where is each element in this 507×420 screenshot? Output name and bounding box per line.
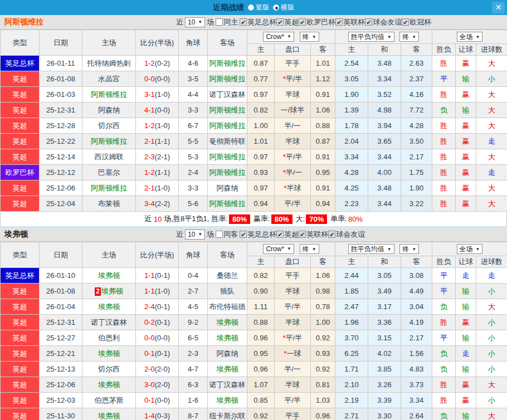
summary-stat: 单率:80% bbox=[330, 214, 363, 224]
league-checkbox[interactable]: 英超 bbox=[276, 17, 299, 27]
match-row: 英超 26-01-08 2埃弗顿 1-1(1-0) 2-7 狼队 0.90 半球… bbox=[1, 284, 507, 299]
corner-score: 4-5 bbox=[179, 299, 208, 315]
sub-col-goals: 进球数 bbox=[476, 44, 507, 56]
league-checkbox[interactable]: 英超 bbox=[276, 229, 299, 240]
league-checkbox[interactable]: 欧冠杯 bbox=[402, 17, 431, 27]
result-handicap: 输 bbox=[456, 362, 476, 377]
handicap-home-odds: 0.96 bbox=[247, 362, 275, 377]
layout-radio-vertical[interactable]: 竖版 bbox=[248, 3, 269, 12]
odds-draw: 3.39 bbox=[368, 393, 401, 408]
handicap-away-odds: 1.00 bbox=[311, 315, 335, 330]
result-goals: 小 bbox=[476, 330, 507, 346]
handicap-home-odds: 0.82 bbox=[247, 268, 275, 284]
same-venue-checkbox[interactable]: 同主 bbox=[216, 17, 238, 27]
handicap-text: 半球 bbox=[285, 90, 300, 99]
handicap-away-odds: 0.91 bbox=[311, 180, 335, 196]
odds-away-win: 4.83 bbox=[401, 362, 432, 377]
checkbox-label: 球会友谊 bbox=[336, 229, 365, 240]
home-team: 水晶宫 bbox=[98, 75, 120, 83]
result-wdl: 平 bbox=[432, 330, 456, 346]
league-checkbox[interactable]: 英足总杯 bbox=[240, 229, 276, 240]
home-team-cell: 阿斯顿维拉 bbox=[82, 87, 136, 102]
handicap-line: 平手 bbox=[275, 408, 311, 420]
stat-label: 赢率: bbox=[254, 214, 270, 224]
final-select[interactable]: 终▼ bbox=[399, 32, 419, 42]
full-match-select[interactable]: 全场▼ bbox=[457, 32, 483, 42]
corner-score: 5-3 bbox=[179, 149, 208, 165]
league-badge: 英超 bbox=[1, 102, 40, 118]
halftime-score: (0-1) bbox=[155, 349, 170, 358]
handicap-text: 半/一 bbox=[284, 121, 301, 130]
full-match-select[interactable]: 全场▼ bbox=[457, 244, 483, 254]
checkbox-label: 英联杯 bbox=[343, 17, 365, 27]
home-team: 阿森纳 bbox=[98, 106, 120, 114]
odds-company-select[interactable]: Crow*▼ bbox=[263, 244, 294, 254]
league-checkbox[interactable]: 英联杯 bbox=[335, 17, 365, 27]
match-date: 25-12-31 bbox=[40, 102, 82, 118]
final-select[interactable]: 终▼ bbox=[300, 244, 319, 254]
odds-company-value: Crow* bbox=[266, 33, 284, 41]
sub-col-home-odds: 主 bbox=[247, 256, 275, 268]
chevron-down-icon: ▼ bbox=[198, 232, 202, 237]
final-value: 终 bbox=[402, 32, 409, 42]
league-checkbox[interactable]: 球会友谊 bbox=[328, 229, 365, 240]
match-count-select[interactable]: 10▼ bbox=[185, 229, 205, 240]
close-icon[interactable]: ✕ bbox=[492, 2, 505, 13]
league-checkbox[interactable]: 球会友谊 bbox=[365, 17, 402, 27]
result-goals: 小 bbox=[476, 71, 507, 87]
odds-company-select[interactable]: Crow*▼ bbox=[263, 32, 294, 42]
away-team: 埃弗顿 bbox=[217, 396, 238, 404]
league-checkbox[interactable]: 英足总杯 bbox=[240, 17, 276, 27]
odds-home-win: 2.54 bbox=[335, 56, 368, 71]
odds-home-win: 4.28 bbox=[335, 165, 368, 180]
checkbox-label: 同主 bbox=[223, 17, 238, 27]
home-team: 埃弗顿 bbox=[98, 349, 120, 358]
final-select[interactable]: 终▼ bbox=[300, 32, 319, 42]
home-team: 托特纳姆热刺 bbox=[87, 59, 131, 67]
sub-col-lose: 客 bbox=[401, 44, 432, 56]
away-team: 阿森纳 bbox=[217, 184, 238, 192]
same-venue-checkbox[interactable]: 同客 bbox=[216, 229, 238, 240]
checkbox-checked-icon bbox=[299, 18, 306, 26]
titlebar: 近期战绩 竖版 横版 ✕ bbox=[0, 0, 507, 15]
away-team: 纽卡斯尔联 bbox=[209, 412, 246, 420]
league-badge: 英超 bbox=[1, 362, 40, 377]
result-handicap: 输 bbox=[456, 299, 476, 315]
wdl-average-select[interactable]: 胜平负均值▼ bbox=[348, 244, 394, 254]
odds-home-win: 1.96 bbox=[335, 315, 368, 330]
handicap-line: *平/半 bbox=[275, 149, 311, 165]
home-team: 阿斯顿维拉 bbox=[91, 90, 127, 99]
sub-col-home-odds: 主 bbox=[247, 44, 275, 56]
wdl-average-select[interactable]: 胜平负均值▼ bbox=[348, 32, 394, 42]
score-cell: 0-0(0-0) bbox=[136, 330, 179, 346]
match-row: 英超 25-12-31 诺丁汉森林 0-2(0-1) 9-2 埃弗顿 0.88 … bbox=[1, 315, 507, 330]
league-checkbox[interactable]: 欧罗巴杯 bbox=[299, 17, 335, 27]
home-team-cell: 2埃弗顿 bbox=[82, 284, 136, 299]
away-team: 阿斯顿维拉 bbox=[209, 106, 246, 114]
handicap-line: 一/球半 bbox=[275, 102, 311, 118]
stat-value: 80% bbox=[229, 214, 250, 224]
handicap-away-odds: 0.92 bbox=[311, 330, 335, 346]
final-value: 终 bbox=[303, 245, 309, 254]
handicap-home-odds: 0.77 bbox=[247, 71, 275, 87]
result-goals: 小 bbox=[476, 346, 507, 362]
summary-lead: 近 bbox=[144, 214, 152, 224]
handicap-home-odds: 0.97 bbox=[247, 180, 275, 196]
result-wdl: 胜 bbox=[432, 196, 456, 212]
home-team-cell: 托特纳姆热刺 bbox=[82, 56, 136, 71]
match-count-select[interactable]: 10▼ bbox=[185, 17, 205, 27]
odds-home-win: 2.23 bbox=[335, 196, 368, 212]
wdl-group-header: 胜平负均值▼ 终▼ bbox=[335, 242, 432, 256]
layout-radio-horizontal[interactable]: 横版 bbox=[273, 3, 294, 12]
match-count-value: 10 bbox=[188, 18, 195, 26]
handicap-home-odds: 0.82 bbox=[247, 102, 275, 118]
filter-controls: 近 10▼ 场 同客 英足总杯 英超 英联杯 球会友谊 bbox=[176, 229, 365, 240]
match-row: 英超 25-12-27 伯恩利 0-0(0-0) 6-5 埃弗顿 0.96 *平… bbox=[1, 330, 507, 346]
result-wdl: 负 bbox=[432, 408, 456, 420]
score-cell: 0-0(0-0) bbox=[136, 71, 179, 87]
final-select[interactable]: 终▼ bbox=[399, 244, 419, 254]
league-checkbox[interactable]: 英联杯 bbox=[299, 229, 328, 240]
handicap-home-odds: 1.11 bbox=[247, 299, 275, 315]
handicap-line: 平手 bbox=[275, 268, 311, 284]
chevron-down-icon: ▼ bbox=[312, 247, 316, 252]
